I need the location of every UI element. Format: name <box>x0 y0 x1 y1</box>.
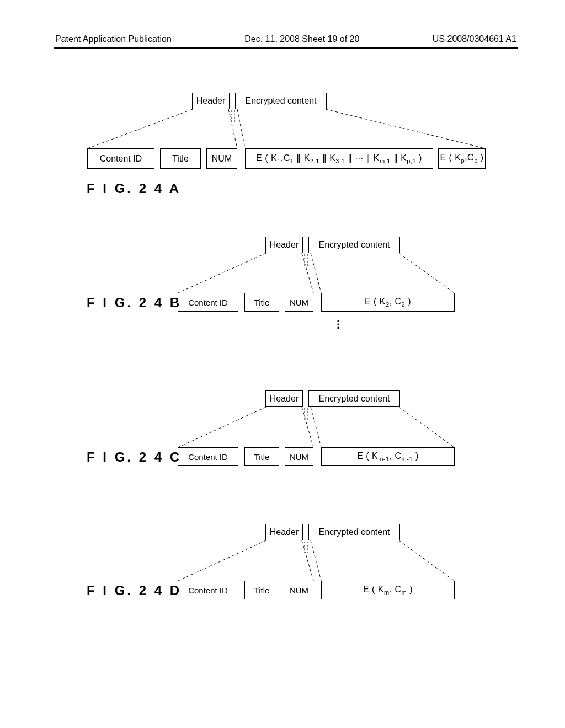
fig-d-title-text: Title <box>254 586 270 595</box>
fig-c-content-id: Content ID <box>178 447 238 466</box>
fig-c-header-box: Header <box>265 390 303 407</box>
fig-d-num: NUM <box>285 581 313 599</box>
fig-a-formula-extra-text: E ( Kp,Cp ) <box>440 153 483 164</box>
fig-d-formula: E ( Km, Cm ) <box>321 581 455 599</box>
fig-a-num-text: NUM <box>212 154 232 164</box>
fig-a-encrypted-text: Encrypted content <box>246 96 317 106</box>
svg-line-13 <box>302 407 313 447</box>
fig-b-dashes <box>0 0 565 728</box>
svg-line-6 <box>178 253 266 293</box>
svg-line-21 <box>399 540 454 581</box>
vertical-dots: ··· <box>337 320 340 330</box>
fig-c-label: F I G. 2 4 C <box>87 449 182 465</box>
svg-line-14 <box>311 407 321 447</box>
fig-a-formula-extra: E ( Kp,Cp ) <box>438 148 486 169</box>
svg-line-15 <box>399 407 454 447</box>
fig-c-header-text: Header <box>270 394 299 404</box>
fig-a-header-text: Header <box>196 96 225 106</box>
page-header: Patent Application Publication Dec. 11, … <box>55 34 516 44</box>
fig-b-formula-text: E ( K2, C2 ) <box>365 297 411 308</box>
fig-c-num-text: NUM <box>290 452 308 462</box>
fig-b-num: NUM <box>285 293 313 312</box>
fig-c-title-text: Title <box>254 452 270 462</box>
fig-d-dashes <box>0 0 565 728</box>
fig-b-num-text: NUM <box>290 298 308 307</box>
fig-a-content-id-text: Content ID <box>100 154 142 164</box>
fig-b-header-text: Header <box>270 240 299 250</box>
fig-a-num: NUM <box>206 148 237 169</box>
header-rule <box>54 47 518 49</box>
fig-a-title-text: Title <box>172 154 189 164</box>
svg-line-3 <box>326 109 485 148</box>
fig-d-content-id-text: Content ID <box>188 586 228 595</box>
svg-line-1 <box>228 109 237 148</box>
fig-b-encrypted-box: Encrypted content <box>308 237 400 253</box>
svg-line-20 <box>311 540 321 581</box>
fig-c-title: Title <box>244 447 279 466</box>
fig-b-formula: E ( K2, C2 ) <box>321 293 455 312</box>
fig-d-title: Title <box>244 581 279 599</box>
fig-b-label: F I G. 2 4 B <box>87 295 182 311</box>
svg-line-12 <box>178 407 266 447</box>
fig-c-content-id-text: Content ID <box>188 452 228 462</box>
svg-line-0 <box>88 109 193 148</box>
pub-number: US 2008/0304661 A1 <box>433 34 516 44</box>
fig-d-header-text: Header <box>270 527 299 537</box>
fig-c-encrypted-box: Encrypted content <box>308 390 400 407</box>
fig-a-formula-main: E ( K1,C1 ‖ K2,1 ‖ K3,1 ‖ ··· ‖ Km,1 ‖ K… <box>245 148 433 169</box>
fig-b-content-id-text: Content ID <box>188 298 228 307</box>
fig-b-title-text: Title <box>254 298 270 307</box>
fig-a-label: F I G. 2 4 A <box>87 181 181 196</box>
fig-c-num: NUM <box>285 447 313 466</box>
fig-a-formula-main-text: E ( K1,C1 ‖ K2,1 ‖ K3,1 ‖ ··· ‖ Km,1 ‖ K… <box>256 153 422 164</box>
svg-line-18 <box>178 540 266 581</box>
fig-c-formula-text: E ( Km-1, Cm-1 ) <box>357 451 419 462</box>
fig-b-content-id: Content ID <box>178 293 238 312</box>
fig-d-encrypted-box: Encrypted content <box>308 524 400 540</box>
fig-a-content-id: Content ID <box>87 148 154 169</box>
fig-c-dashes <box>0 0 565 728</box>
fig-b-header-box: Header <box>265 237 303 253</box>
fig-c-formula: E ( Km-1, Cm-1 ) <box>321 447 455 466</box>
pub-label: Patent Application Publication <box>55 34 172 44</box>
svg-line-8 <box>311 253 321 293</box>
fig-a-header-box: Header <box>192 93 230 109</box>
fig-d-encrypted-text: Encrypted content <box>319 527 390 537</box>
fig-a-encrypted-box: Encrypted content <box>235 93 327 109</box>
fig-d-num-text: NUM <box>290 586 308 595</box>
fig-c-encrypted-text: Encrypted content <box>319 394 390 404</box>
fig-b-title: Title <box>244 293 279 312</box>
svg-line-2 <box>237 109 245 148</box>
fig-a-title: Title <box>160 148 201 169</box>
fig-d-content-id: Content ID <box>178 581 238 599</box>
fig-d-header-box: Header <box>265 524 303 540</box>
fig-a-dashes <box>0 0 565 728</box>
fig-d-formula-text: E ( Km, Cm ) <box>363 585 413 596</box>
fig-b-encrypted-text: Encrypted content <box>319 240 390 250</box>
svg-line-7 <box>302 253 313 293</box>
svg-line-19 <box>302 540 313 581</box>
sheet-label: Dec. 11, 2008 Sheet 19 of 20 <box>244 34 359 44</box>
fig-d-label: F I G. 2 4 D <box>87 583 182 598</box>
svg-line-9 <box>399 253 454 293</box>
